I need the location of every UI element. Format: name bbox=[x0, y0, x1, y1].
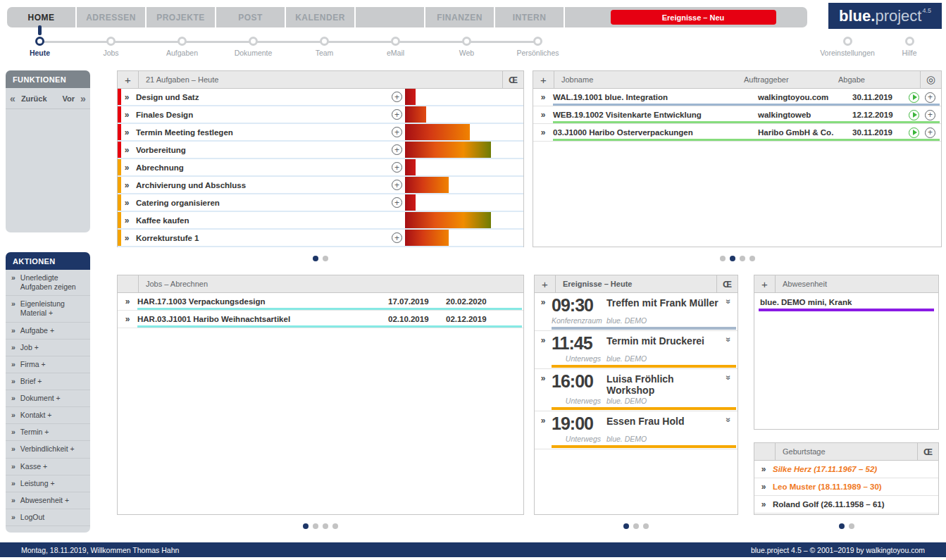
plus-circle-icon[interactable]: + bbox=[392, 109, 402, 120]
task-row[interactable]: » Finales Design + bbox=[118, 106, 523, 124]
billing-row[interactable]: » HAR.17.1003 Verpackungsdesign 17.07.20… bbox=[118, 293, 523, 311]
target-icon[interactable]: ◎ bbox=[920, 71, 941, 88]
subnav-right-item[interactable]: Hilfe bbox=[878, 31, 940, 57]
subnav-item[interactable]: eMail bbox=[360, 31, 431, 57]
timeline-dot-icon[interactable] bbox=[843, 37, 852, 46]
timeline-dot-icon[interactable] bbox=[35, 37, 44, 46]
birthday-row[interactable]: » Leo Muster (18.11.1989 – 30) bbox=[754, 478, 938, 496]
timeline-dot-icon[interactable] bbox=[533, 37, 542, 46]
subnav-item[interactable]: Aufgaben bbox=[147, 31, 218, 57]
plus-circle-icon[interactable]: + bbox=[392, 144, 402, 155]
timeline-dot-icon[interactable] bbox=[106, 37, 116, 46]
timeline-dot-icon[interactable] bbox=[905, 37, 914, 46]
expand-chevron-icon[interactable]: » bbox=[723, 332, 736, 347]
pagination-dot[interactable] bbox=[323, 523, 328, 529]
top-tab[interactable]: ADRESSEN bbox=[77, 7, 147, 27]
oe-icon[interactable]: Œ bbox=[716, 275, 737, 292]
aktionen-item[interactable]: » Kontakt + bbox=[6, 407, 90, 424]
ereignisse-neu-button[interactable]: Ereignisse – Neu bbox=[611, 10, 776, 25]
plus-circle-icon[interactable]: + bbox=[392, 197, 402, 208]
aktionen-item[interactable]: » Unerledigte Aufgaben zeigen bbox=[6, 270, 90, 296]
birthday-row[interactable]: » Silke Herz (17.11.1967 – 52) bbox=[754, 461, 938, 478]
forward-button[interactable]: Vor bbox=[63, 94, 75, 103]
subnav-item[interactable]: Heute bbox=[4, 31, 75, 57]
top-tab[interactable]: HOME bbox=[7, 7, 77, 27]
birthday-row[interactable]: » Roland Golf (26.11.1958 – 61) bbox=[754, 496, 938, 514]
job-row[interactable]: » WAL.19.1001 blue. Integration walkingt… bbox=[533, 89, 941, 106]
aktionen-item[interactable]: » Job + bbox=[6, 340, 90, 356]
pagination-dot[interactable] bbox=[643, 523, 649, 529]
aktionen-item[interactable]: » LogOut bbox=[6, 509, 90, 526]
timeline-dot-icon[interactable] bbox=[178, 37, 187, 46]
task-row[interactable]: » Archivierung und Abschluss + bbox=[118, 177, 523, 194]
aktionen-item[interactable]: » Aufgabe + bbox=[6, 323, 90, 340]
add-job-button[interactable]: + bbox=[533, 71, 554, 88]
plus-circle-icon[interactable]: + bbox=[392, 232, 402, 243]
billing-row[interactable]: » HAR.03.J1001 Haribo Weihnachtsartikel … bbox=[118, 311, 523, 328]
aktionen-item[interactable]: » Termin + bbox=[6, 424, 90, 441]
top-tab[interactable]: INTERN bbox=[495, 7, 565, 27]
top-tab[interactable]: POST bbox=[216, 7, 286, 27]
task-row[interactable]: » Abrechnung + bbox=[118, 159, 523, 177]
absence-row[interactable]: blue. DEMO mini, Krank bbox=[754, 293, 938, 311]
back-chevron-icon[interactable]: « bbox=[10, 93, 15, 104]
oe-icon[interactable]: Œ bbox=[502, 71, 523, 88]
aktionen-item[interactable]: » Verbindlichkeit + bbox=[6, 441, 90, 458]
plus-circle-icon[interactable]: + bbox=[925, 92, 935, 103]
pagination-dot[interactable] bbox=[720, 256, 726, 261]
top-tab[interactable]: PROJEKTE bbox=[147, 7, 216, 27]
aktionen-item[interactable]: » Firma + bbox=[6, 356, 90, 373]
add-task-button[interactable]: + bbox=[118, 71, 139, 88]
event-row[interactable]: » 09:30 Treffen mit Frank Müller » Konfe… bbox=[535, 293, 737, 331]
pagination-dot[interactable] bbox=[313, 523, 318, 529]
pagination-dot[interactable] bbox=[749, 256, 755, 261]
pagination-dot[interactable] bbox=[839, 523, 845, 529]
job-row[interactable]: » WEB.19.1002 Visitenkarte Entwicklung w… bbox=[533, 106, 941, 124]
task-row[interactable]: » Kaffee kaufen + bbox=[118, 212, 523, 230]
top-tab[interactable] bbox=[356, 7, 425, 27]
aktionen-item[interactable]: » Kasse + bbox=[6, 459, 90, 475]
top-tab[interactable]: FINANZEN bbox=[425, 7, 495, 27]
pagination-dot[interactable] bbox=[623, 523, 629, 529]
top-tab[interactable]: KALENDER bbox=[286, 7, 356, 27]
event-row[interactable]: » 19:00 Essen Frau Hold » Unterwegs blue… bbox=[535, 411, 737, 449]
pagination-dot[interactable] bbox=[313, 256, 318, 261]
expand-chevron-icon[interactable]: » bbox=[723, 370, 736, 385]
task-row[interactable]: » Vorbereitung + bbox=[118, 142, 523, 159]
back-button[interactable]: Zurück bbox=[21, 94, 47, 103]
pagination-dot[interactable] bbox=[849, 523, 854, 529]
pagination-dot[interactable] bbox=[303, 523, 309, 529]
event-row[interactable]: » 11:45 Termin mit Druckerei » Unterwegs… bbox=[535, 331, 737, 369]
plus-circle-icon[interactable]: + bbox=[392, 180, 402, 190]
event-row[interactable]: » 16:00 Luisa Fröhlich Workshop » Unterw… bbox=[535, 369, 737, 411]
pagination-dot[interactable] bbox=[323, 256, 328, 261]
task-row[interactable]: » Termin Meeting festlegen + bbox=[118, 124, 523, 142]
oe-icon[interactable]: Œ bbox=[917, 443, 938, 460]
aktionen-item[interactable]: » Leistung + bbox=[6, 475, 90, 492]
aktionen-item[interactable]: » Dokument + bbox=[6, 390, 90, 407]
plus-circle-icon[interactable]: + bbox=[925, 110, 935, 120]
task-row[interactable]: » Design und Satz + bbox=[118, 89, 523, 106]
play-circle-icon[interactable] bbox=[909, 127, 919, 138]
aktionen-item[interactable]: » Brief + bbox=[6, 373, 90, 390]
plus-circle-icon[interactable]: + bbox=[925, 127, 935, 138]
plus-circle-icon[interactable]: + bbox=[392, 162, 402, 173]
aktionen-item[interactable]: » Eigenleistung Material + bbox=[6, 296, 90, 322]
forward-chevron-icon[interactable]: » bbox=[80, 93, 86, 104]
aktionen-item[interactable]: » Abwesenheit + bbox=[6, 492, 90, 509]
expand-chevron-icon[interactable]: » bbox=[723, 294, 736, 309]
pagination-dot[interactable] bbox=[633, 523, 639, 529]
plus-circle-icon[interactable]: + bbox=[392, 127, 402, 137]
pagination-dot[interactable] bbox=[332, 523, 338, 529]
subnav-item[interactable]: Jobs bbox=[75, 31, 147, 57]
task-row[interactable]: » Korrekturstufe 1 + bbox=[118, 230, 523, 247]
timeline-dot-icon[interactable] bbox=[320, 37, 329, 46]
add-absence-button[interactable]: + bbox=[754, 275, 776, 292]
subnav-item[interactable]: Team bbox=[289, 31, 360, 57]
timeline-dot-icon[interactable] bbox=[391, 37, 400, 46]
add-event-button[interactable]: + bbox=[535, 275, 556, 292]
timeline-dot-icon[interactable] bbox=[462, 37, 471, 46]
subnav-item[interactable]: Dokumente bbox=[218, 31, 289, 57]
subnav-item[interactable]: Persönliches bbox=[502, 31, 573, 57]
pagination-dot[interactable] bbox=[730, 256, 735, 261]
